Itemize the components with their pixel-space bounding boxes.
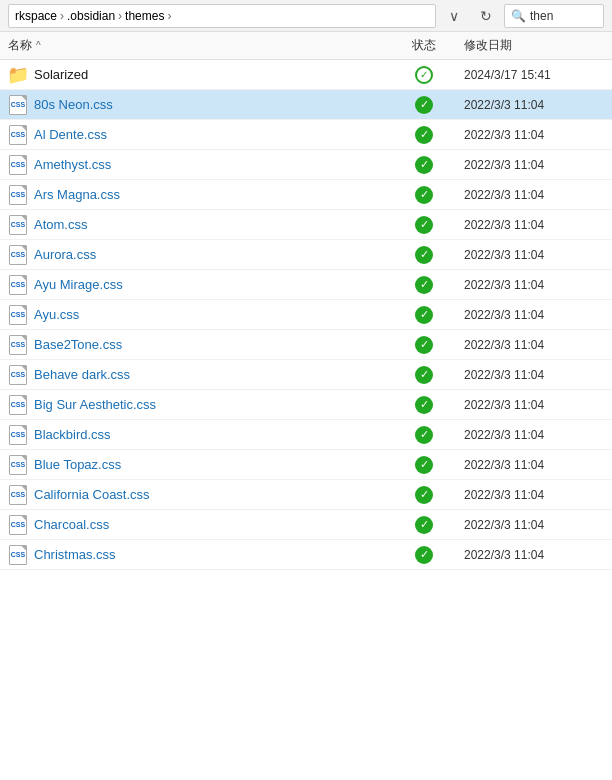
status-check-filled: ✓ xyxy=(415,306,433,324)
file-status: ✓ xyxy=(384,456,464,474)
file-row[interactable]: CSSBlue Topaz.css✓2022/3/3 11:04 xyxy=(0,450,612,480)
file-name: Christmas.css xyxy=(34,547,384,562)
css-file-icon: CSS xyxy=(8,185,28,205)
css-file-icon: CSS xyxy=(8,275,28,295)
file-status: ✓ xyxy=(384,126,464,144)
status-check-filled: ✓ xyxy=(415,276,433,294)
status-check-filled: ✓ xyxy=(415,426,433,444)
file-status: ✓ xyxy=(384,426,464,444)
css-file-icon: CSS xyxy=(8,545,28,565)
status-check-filled: ✓ xyxy=(415,246,433,264)
css-file-icon: CSS xyxy=(8,125,28,145)
file-date: 2022/3/3 11:04 xyxy=(464,308,604,322)
status-check-filled: ✓ xyxy=(415,186,433,204)
css-file-icon: CSS xyxy=(8,215,28,235)
file-status: ✓ xyxy=(384,396,464,414)
search-text: then xyxy=(530,9,553,23)
file-status: ✓ xyxy=(384,486,464,504)
file-row[interactable]: CSSAyu.css✓2022/3/3 11:04 xyxy=(0,300,612,330)
file-row[interactable]: CSSArs Magna.css✓2022/3/3 11:04 xyxy=(0,180,612,210)
file-date: 2022/3/3 11:04 xyxy=(464,338,604,352)
file-date: 2022/3/3 11:04 xyxy=(464,128,604,142)
breadcrumb-workspace[interactable]: rkspace xyxy=(15,9,57,23)
status-check-filled: ✓ xyxy=(415,396,433,414)
file-name: Aurora.css xyxy=(34,247,384,262)
file-date: 2024/3/17 15:41 xyxy=(464,68,604,82)
col-header-name[interactable]: 名称 ^ xyxy=(8,37,384,54)
file-row[interactable]: CSSAmethyst.css✓2022/3/3 11:04 xyxy=(0,150,612,180)
file-name: Amethyst.css xyxy=(34,157,384,172)
file-date: 2022/3/3 11:04 xyxy=(464,368,604,382)
breadcrumb-obsidian[interactable]: .obsidian xyxy=(67,9,115,23)
status-check-filled: ✓ xyxy=(415,366,433,384)
file-name: Solarized xyxy=(34,67,384,82)
file-name: Ayu Mirage.css xyxy=(34,277,384,292)
file-row[interactable]: CSSAyu Mirage.css✓2022/3/3 11:04 xyxy=(0,270,612,300)
column-headers: 名称 ^ 状态 修改日期 xyxy=(0,32,612,60)
refresh-button[interactable]: ↻ xyxy=(472,4,500,28)
file-name: Ayu.css xyxy=(34,307,384,322)
file-list: 📁Solarized✓2024/3/17 15:41CSS80s Neon.cs… xyxy=(0,60,612,570)
file-row[interactable]: CSSBase2Tone.css✓2022/3/3 11:04 xyxy=(0,330,612,360)
file-row[interactable]: CSSBehave dark.css✓2022/3/3 11:04 xyxy=(0,360,612,390)
css-file-icon: CSS xyxy=(8,95,28,115)
status-check-filled: ✓ xyxy=(415,126,433,144)
css-file-icon: CSS xyxy=(8,365,28,385)
file-row[interactable]: CSSBig Sur Aesthetic.css✓2022/3/3 11:04 xyxy=(0,390,612,420)
col-header-date[interactable]: 修改日期 xyxy=(464,37,604,54)
file-date: 2022/3/3 11:04 xyxy=(464,248,604,262)
col-header-status[interactable]: 状态 xyxy=(384,37,464,54)
file-status: ✓ xyxy=(384,366,464,384)
file-row[interactable]: CSSAurora.css✓2022/3/3 11:04 xyxy=(0,240,612,270)
status-check-filled: ✓ xyxy=(415,216,433,234)
status-check-filled: ✓ xyxy=(415,96,433,114)
status-check-filled: ✓ xyxy=(415,516,433,534)
breadcrumb-sep-2: › xyxy=(118,9,122,23)
status-check-filled: ✓ xyxy=(415,156,433,174)
file-name: Charcoal.css xyxy=(34,517,384,532)
css-file-icon: CSS xyxy=(8,485,28,505)
search-box[interactable]: 🔍 then xyxy=(504,4,604,28)
breadcrumb-themes[interactable]: themes xyxy=(125,9,164,23)
file-name: Ars Magna.css xyxy=(34,187,384,202)
file-date: 2022/3/3 11:04 xyxy=(464,158,604,172)
search-icon: 🔍 xyxy=(511,9,526,23)
file-row[interactable]: CSSBlackbird.css✓2022/3/3 11:04 xyxy=(0,420,612,450)
file-status: ✓ xyxy=(384,96,464,114)
file-row[interactable]: 📁Solarized✓2024/3/17 15:41 xyxy=(0,60,612,90)
file-name: Atom.css xyxy=(34,217,384,232)
file-name: 80s Neon.css xyxy=(34,97,384,112)
css-file-icon: CSS xyxy=(8,455,28,475)
breadcrumb-sep-3: › xyxy=(167,9,171,23)
status-check-outline: ✓ xyxy=(415,66,433,84)
file-date: 2022/3/3 11:04 xyxy=(464,428,604,442)
css-file-icon: CSS xyxy=(8,425,28,445)
file-name: Blackbird.css xyxy=(34,427,384,442)
file-name: Behave dark.css xyxy=(34,367,384,382)
file-row[interactable]: CSSCalifornia Coast.css✓2022/3/3 11:04 xyxy=(0,480,612,510)
file-date: 2022/3/3 11:04 xyxy=(464,278,604,292)
folder-icon: 📁 xyxy=(8,65,28,85)
file-row[interactable]: CSS80s Neon.css✓2022/3/3 11:04 xyxy=(0,90,612,120)
file-status: ✓ xyxy=(384,66,464,84)
dropdown-button[interactable]: ∨ xyxy=(440,4,468,28)
file-name: California Coast.css xyxy=(34,487,384,502)
css-file-icon: CSS xyxy=(8,155,28,175)
file-name: Al Dente.css xyxy=(34,127,384,142)
css-file-icon: CSS xyxy=(8,335,28,355)
file-row[interactable]: CSSChristmas.css✓2022/3/3 11:04 xyxy=(0,540,612,570)
breadcrumb[interactable]: rkspace › .obsidian › themes › xyxy=(8,4,436,28)
css-file-icon: CSS xyxy=(8,305,28,325)
file-status: ✓ xyxy=(384,306,464,324)
file-name: Big Sur Aesthetic.css xyxy=(34,397,384,412)
sort-arrow: ^ xyxy=(36,40,41,51)
file-row[interactable]: CSSAtom.css✓2022/3/3 11:04 xyxy=(0,210,612,240)
file-row[interactable]: CSSAl Dente.css✓2022/3/3 11:04 xyxy=(0,120,612,150)
css-file-icon: CSS xyxy=(8,395,28,415)
css-file-icon: CSS xyxy=(8,515,28,535)
status-check-filled: ✓ xyxy=(415,486,433,504)
file-row[interactable]: CSSCharcoal.css✓2022/3/3 11:04 xyxy=(0,510,612,540)
file-name: Base2Tone.css xyxy=(34,337,384,352)
file-status: ✓ xyxy=(384,516,464,534)
file-date: 2022/3/3 11:04 xyxy=(464,98,604,112)
